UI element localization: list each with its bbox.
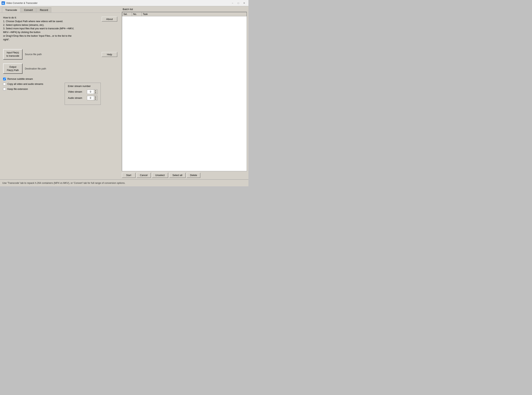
input-files-button[interactable]: Input File(s) to transcode bbox=[3, 49, 22, 60]
maximize-button[interactable]: □ bbox=[236, 1, 241, 5]
video-stream-up[interactable]: ▲ bbox=[94, 90, 97, 92]
output-file-section: Output File(s) Path Destination file pat… bbox=[3, 63, 117, 74]
about-button[interactable]: About bbox=[102, 17, 117, 22]
stream-group-title: Enter stream number bbox=[68, 85, 97, 88]
video-stream-spinner-btns: ▲ ▼ bbox=[94, 89, 97, 94]
tab-convert[interactable]: Convert bbox=[21, 7, 36, 13]
batch-table: Sel. No. Task bbox=[122, 12, 247, 16]
unselect-button[interactable]: Unselect bbox=[152, 173, 168, 178]
remove-subtitle-checkbox[interactable] bbox=[3, 78, 6, 80]
window-title: Video Converter & Transcoder bbox=[6, 2, 230, 5]
audio-stream-down[interactable]: ▼ bbox=[94, 98, 97, 100]
audio-stream-spinner: 0 ▲ ▼ bbox=[87, 96, 97, 100]
output-files-button[interactable]: Output File(s) Path bbox=[3, 63, 22, 74]
audio-stream-label: Audio stream bbox=[68, 97, 85, 99]
tab-transcode[interactable]: Transcode bbox=[2, 7, 20, 13]
video-stream-row: Video stream 0 ▲ ▼ bbox=[68, 89, 97, 94]
tab-record[interactable]: Record bbox=[37, 7, 51, 13]
instructions-text: How to do it: 1. Choose Output Path wher… bbox=[3, 16, 77, 41]
main-content: Transcode Convert Record How to do it: 1… bbox=[0, 6, 248, 179]
copy-streams-row: Copy all video and audio streams bbox=[3, 83, 43, 85]
input-file-section: Input File(s) to transcode Source file p… bbox=[3, 49, 117, 60]
window-controls: − □ ✕ bbox=[230, 1, 247, 5]
how-to-text: How to do it: 1. Choose Output Path wher… bbox=[3, 16, 74, 41]
video-stream-down[interactable]: ▼ bbox=[94, 92, 97, 94]
transcode-tab-content: How to do it: 1. Choose Output Path wher… bbox=[0, 13, 120, 179]
source-path-label: Source file path bbox=[25, 53, 42, 56]
table-header-row: Sel. No. Task bbox=[122, 12, 247, 16]
batch-list-title: Batch list bbox=[122, 8, 247, 11]
copy-streams-checkbox[interactable] bbox=[3, 83, 6, 85]
video-stream-spinner: 0 ▲ ▼ bbox=[87, 89, 97, 94]
remove-subtitle-row: Remove subtitle stream bbox=[3, 78, 117, 80]
keep-extension-label: Keep file extension bbox=[7, 88, 28, 90]
select-all-button[interactable]: Select all bbox=[169, 173, 186, 178]
batch-buttons: Start Cancel Unselect Select all Delete bbox=[122, 173, 247, 178]
video-stream-label: Video stream bbox=[68, 90, 85, 93]
audio-stream-row: Audio stream 0 ▲ ▼ bbox=[68, 96, 97, 100]
options-section: Remove subtitle stream Copy all video an… bbox=[3, 78, 117, 105]
col-sel: Sel. bbox=[122, 12, 132, 16]
col-no: No. bbox=[132, 12, 142, 16]
dest-path-label: Destination file path bbox=[25, 67, 46, 70]
batch-table-container: Sel. No. Task bbox=[122, 12, 247, 171]
titlebar: ▶ Video Converter & Transcoder − □ ✕ bbox=[0, 0, 248, 6]
remove-subtitle-label: Remove subtitle stream bbox=[7, 78, 33, 80]
help-button[interactable]: Help bbox=[102, 52, 117, 57]
left-panel: Transcode Convert Record How to do it: 1… bbox=[0, 6, 120, 179]
status-text: Use 'Transcode' tab to repack h.264 cont… bbox=[2, 182, 125, 184]
copy-streams-label: Copy all video and audio streams bbox=[7, 83, 43, 85]
minimize-button[interactable]: − bbox=[230, 1, 235, 5]
video-stream-input[interactable]: 0 bbox=[87, 90, 94, 94]
stream-number-group: Enter stream number Video stream 0 ▲ ▼ bbox=[65, 83, 101, 105]
close-button[interactable]: ✕ bbox=[241, 1, 247, 5]
tabs: Transcode Convert Record bbox=[0, 6, 120, 13]
delete-button[interactable]: Delete bbox=[187, 173, 200, 178]
keep-extension-row: Keep file extension bbox=[3, 88, 43, 90]
cancel-button[interactable]: Cancel bbox=[137, 173, 151, 178]
statusbar: Use 'Transcode' tab to repack h.264 cont… bbox=[0, 179, 248, 186]
audio-stream-up[interactable]: ▲ bbox=[94, 96, 97, 98]
keep-extension-checkbox[interactable] bbox=[3, 88, 6, 90]
app-icon: ▶ bbox=[1, 1, 5, 5]
audio-stream-input[interactable]: 0 bbox=[87, 96, 94, 100]
start-button[interactable]: Start bbox=[122, 173, 136, 178]
col-task: Task bbox=[142, 12, 247, 16]
right-panel: Batch list Sel. No. Task Start Cancel Un… bbox=[120, 6, 248, 179]
audio-stream-spinner-btns: ▲ ▼ bbox=[94, 96, 97, 100]
